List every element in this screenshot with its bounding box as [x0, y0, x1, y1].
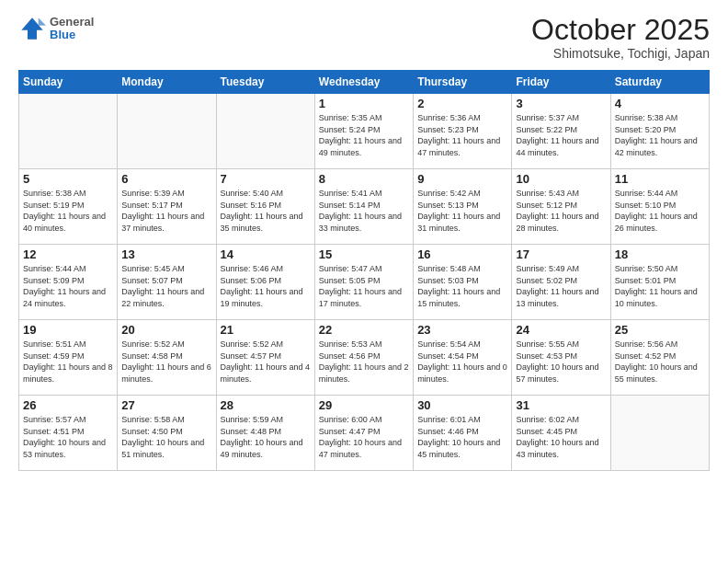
day-number: 15	[319, 247, 409, 261]
weekday-header-monday: Monday	[118, 71, 216, 94]
page-container: General Blue October 2025 Shimotsuke, To…	[0, 0, 728, 563]
calendar-cell: 15Sunrise: 5:47 AM Sunset: 5:05 PM Dayli…	[314, 245, 413, 320]
calendar-week-2: 5Sunrise: 5:38 AM Sunset: 5:19 PM Daylig…	[19, 169, 710, 245]
calendar-cell: 30Sunrise: 6:01 AM Sunset: 4:46 PM Dayli…	[414, 396, 512, 471]
calendar-cell: 24Sunrise: 5:55 AM Sunset: 4:53 PM Dayli…	[512, 320, 610, 396]
day-info: Sunrise: 5:49 AM Sunset: 5:02 PM Dayligh…	[516, 263, 606, 309]
calendar-week-3: 12Sunrise: 5:44 AM Sunset: 5:09 PM Dayli…	[19, 245, 710, 320]
calendar-cell: 2Sunrise: 5:36 AM Sunset: 5:23 PM Daylig…	[414, 94, 512, 169]
day-number: 3	[516, 97, 606, 110]
day-info: Sunrise: 5:48 AM Sunset: 5:03 PM Dayligh…	[417, 263, 507, 309]
day-number: 19	[23, 323, 113, 337]
calendar-cell: 31Sunrise: 6:02 AM Sunset: 4:45 PM Dayli…	[512, 396, 610, 471]
calendar-cell: 21Sunrise: 5:52 AM Sunset: 4:57 PM Dayli…	[216, 320, 314, 396]
day-number: 16	[417, 247, 507, 261]
calendar-cell: 13Sunrise: 5:45 AM Sunset: 5:07 PM Dayli…	[118, 245, 216, 320]
weekday-header-thursday: Thursday	[414, 71, 512, 94]
logo: General Blue	[18, 15, 94, 42]
logo-text: General Blue	[50, 16, 94, 42]
calendar-cell: 17Sunrise: 5:49 AM Sunset: 5:02 PM Dayli…	[512, 245, 610, 320]
calendar-cell: 25Sunrise: 5:56 AM Sunset: 4:52 PM Dayli…	[610, 320, 709, 396]
day-number: 31	[516, 398, 606, 412]
day-number: 4	[615, 97, 705, 110]
day-info: Sunrise: 6:01 AM Sunset: 4:46 PM Dayligh…	[417, 414, 507, 460]
day-number: 10	[516, 172, 606, 186]
day-info: Sunrise: 5:45 AM Sunset: 5:07 PM Dayligh…	[121, 263, 211, 309]
calendar-cell: 28Sunrise: 5:59 AM Sunset: 4:48 PM Dayli…	[216, 396, 314, 471]
day-info: Sunrise: 6:02 AM Sunset: 4:45 PM Dayligh…	[516, 414, 606, 460]
month-title: October 2025	[531, 15, 710, 44]
weekday-header-tuesday: Tuesday	[216, 71, 314, 94]
day-number: 29	[319, 398, 409, 412]
day-number: 23	[417, 323, 507, 337]
day-info: Sunrise: 5:55 AM Sunset: 4:53 PM Dayligh…	[516, 339, 606, 385]
calendar-cell: 4Sunrise: 5:38 AM Sunset: 5:20 PM Daylig…	[610, 94, 709, 169]
day-number: 11	[615, 172, 705, 186]
calendar-cell: 9Sunrise: 5:42 AM Sunset: 5:13 PM Daylig…	[414, 169, 512, 245]
day-number: 18	[615, 247, 705, 261]
day-info: Sunrise: 5:59 AM Sunset: 4:48 PM Dayligh…	[221, 414, 311, 460]
day-number: 20	[121, 323, 211, 337]
day-number: 5	[23, 172, 113, 186]
calendar-cell	[216, 94, 314, 169]
day-info: Sunrise: 5:46 AM Sunset: 5:06 PM Dayligh…	[221, 263, 311, 309]
calendar-cell: 23Sunrise: 5:54 AM Sunset: 4:54 PM Dayli…	[414, 320, 512, 396]
calendar-cell: 18Sunrise: 5:50 AM Sunset: 5:01 PM Dayli…	[610, 245, 709, 320]
day-number: 30	[417, 398, 507, 412]
day-info: Sunrise: 5:56 AM Sunset: 4:52 PM Dayligh…	[615, 339, 705, 385]
day-number: 8	[319, 172, 409, 186]
day-info: Sunrise: 5:54 AM Sunset: 4:54 PM Dayligh…	[417, 339, 507, 385]
header: General Blue October 2025 Shimotsuke, To…	[18, 15, 710, 61]
day-number: 17	[516, 247, 606, 261]
day-number: 6	[121, 172, 211, 186]
calendar-header-row: SundayMondayTuesdayWednesdayThursdayFrid…	[19, 71, 710, 94]
day-number: 28	[221, 398, 311, 412]
calendar-cell: 10Sunrise: 5:43 AM Sunset: 5:12 PM Dayli…	[512, 169, 610, 245]
weekday-header-friday: Friday	[512, 71, 610, 94]
day-info: Sunrise: 5:58 AM Sunset: 4:50 PM Dayligh…	[121, 414, 211, 460]
day-number: 14	[221, 247, 311, 261]
day-info: Sunrise: 5:50 AM Sunset: 5:01 PM Dayligh…	[615, 263, 705, 309]
day-number: 1	[319, 97, 409, 110]
calendar-cell: 11Sunrise: 5:44 AM Sunset: 5:10 PM Dayli…	[610, 169, 709, 245]
calendar-cell: 3Sunrise: 5:37 AM Sunset: 5:22 PM Daylig…	[512, 94, 610, 169]
day-info: Sunrise: 5:52 AM Sunset: 4:57 PM Dayligh…	[221, 339, 311, 385]
calendar-cell: 22Sunrise: 5:53 AM Sunset: 4:56 PM Dayli…	[314, 320, 413, 396]
calendar-cell: 12Sunrise: 5:44 AM Sunset: 5:09 PM Dayli…	[19, 245, 118, 320]
day-info: Sunrise: 5:35 AM Sunset: 5:24 PM Dayligh…	[319, 112, 409, 158]
calendar-cell: 6Sunrise: 5:39 AM Sunset: 5:17 PM Daylig…	[118, 169, 216, 245]
calendar-week-4: 19Sunrise: 5:51 AM Sunset: 4:59 PM Dayli…	[19, 320, 710, 396]
day-number: 7	[221, 172, 311, 186]
day-info: Sunrise: 5:52 AM Sunset: 4:58 PM Dayligh…	[121, 339, 211, 385]
day-info: Sunrise: 5:37 AM Sunset: 5:22 PM Dayligh…	[516, 112, 606, 158]
calendar-cell: 16Sunrise: 5:48 AM Sunset: 5:03 PM Dayli…	[414, 245, 512, 320]
day-info: Sunrise: 6:00 AM Sunset: 4:47 PM Dayligh…	[319, 414, 409, 460]
day-number: 25	[615, 323, 705, 337]
day-info: Sunrise: 5:42 AM Sunset: 5:13 PM Dayligh…	[417, 188, 507, 234]
calendar-cell: 7Sunrise: 5:40 AM Sunset: 5:16 PM Daylig…	[216, 169, 314, 245]
day-info: Sunrise: 5:44 AM Sunset: 5:10 PM Dayligh…	[615, 188, 705, 234]
day-info: Sunrise: 5:53 AM Sunset: 4:56 PM Dayligh…	[319, 339, 409, 385]
day-info: Sunrise: 5:36 AM Sunset: 5:23 PM Dayligh…	[417, 112, 507, 158]
day-info: Sunrise: 5:51 AM Sunset: 4:59 PM Dayligh…	[23, 339, 113, 385]
day-info: Sunrise: 5:40 AM Sunset: 5:16 PM Dayligh…	[221, 188, 311, 234]
weekday-header-saturday: Saturday	[610, 71, 709, 94]
weekday-header-wednesday: Wednesday	[314, 71, 413, 94]
calendar-cell	[19, 94, 118, 169]
day-info: Sunrise: 5:38 AM Sunset: 5:20 PM Dayligh…	[615, 112, 705, 158]
calendar-cell: 27Sunrise: 5:58 AM Sunset: 4:50 PM Dayli…	[118, 396, 216, 471]
day-info: Sunrise: 5:47 AM Sunset: 5:05 PM Dayligh…	[319, 263, 409, 309]
calendar-cell: 14Sunrise: 5:46 AM Sunset: 5:06 PM Dayli…	[216, 245, 314, 320]
weekday-header-sunday: Sunday	[19, 71, 118, 94]
day-number: 22	[319, 323, 409, 337]
day-info: Sunrise: 5:39 AM Sunset: 5:17 PM Dayligh…	[121, 188, 211, 234]
calendar-cell: 19Sunrise: 5:51 AM Sunset: 4:59 PM Dayli…	[19, 320, 118, 396]
calendar-cell: 26Sunrise: 5:57 AM Sunset: 4:51 PM Dayli…	[19, 396, 118, 471]
logo-icon	[18, 15, 46, 42]
day-number: 21	[221, 323, 311, 337]
calendar-week-5: 26Sunrise: 5:57 AM Sunset: 4:51 PM Dayli…	[19, 396, 710, 471]
calendar-cell	[610, 396, 709, 471]
calendar-cell: 29Sunrise: 6:00 AM Sunset: 4:47 PM Dayli…	[314, 396, 413, 471]
day-number: 24	[516, 323, 606, 337]
svg-marker-1	[39, 17, 46, 25]
